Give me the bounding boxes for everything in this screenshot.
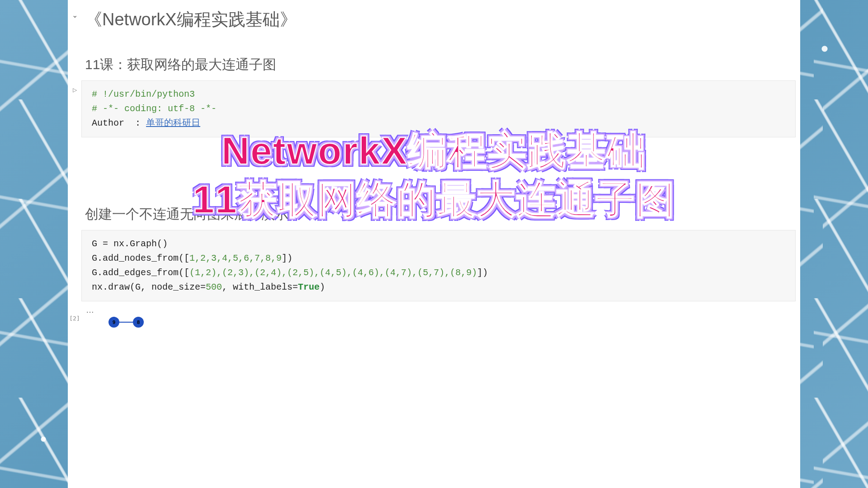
graph-node: 9: [108, 317, 119, 328]
author-link[interactable]: 单哥的科研日: [146, 118, 200, 128]
code-line: G.add_nodes_from([: [92, 253, 189, 263]
lesson-subtitle: 11课：获取网络的最大连通子图: [81, 35, 658, 80]
jupyter-notebook: ⌄ 《NetworkX编程实践基础》 11课：获取网络的最大连通子图 ▷ # !…: [68, 0, 658, 369]
cell-execution-label: [2]: [68, 306, 81, 328]
output-ellipsis: …: [81, 306, 658, 314]
code-line: G = nx.Graph(): [92, 239, 168, 249]
code-line: nx.draw(G, node_size=: [92, 282, 206, 292]
code-numbers: 1,2,3,4,5,6,7,8,9: [189, 253, 282, 263]
title-cell[interactable]: ⌄ 《NetworkX编程实践基础》 11课：获取网络的最大连通子图: [68, 0, 658, 80]
notebook-title: 《NetworkX编程实践基础》: [81, 0, 658, 35]
code-cell-2[interactable]: G = nx.Graph() G.add_nodes_from([1,2,3,4…: [68, 230, 658, 306]
section-cell[interactable]: 创建一个不连通无向图来展开演示: [68, 201, 658, 230]
spacer: [68, 142, 658, 201]
code-numbers: (1,2),(2,3),(2,4),(2,5),(4,5),(4,6),(4,7…: [189, 267, 477, 278]
cell-gutter: [68, 201, 81, 230]
section-heading: 创建一个不连通无向图来展开演示: [81, 201, 658, 230]
run-cell-icon[interactable]: ▷: [68, 80, 81, 142]
code-block-2[interactable]: G = nx.Graph() G.add_nodes_from([1,2,3,4…: [81, 230, 658, 301]
code-line: G.add_edges_from([: [92, 267, 189, 278]
code-cell-1[interactable]: ▷ # !/usr/bin/python3 # -*- coding: utf-…: [68, 80, 658, 142]
cell-gutter: [68, 230, 81, 306]
code-comment: # -*- coding: utf-8 -*-: [92, 103, 217, 114]
code-block-1[interactable]: # !/usr/bin/python3 # -*- coding: utf-8 …: [81, 80, 658, 137]
graph-node: 8: [133, 317, 144, 328]
graph-edge: [118, 322, 134, 323]
output-cell: [2] … 98: [68, 306, 658, 328]
graph-output-peek: 98: [81, 314, 658, 328]
code-comment: # !/usr/bin/python3: [92, 89, 195, 99]
code-text: Author :: [92, 118, 146, 128]
collapse-chevron-icon[interactable]: ⌄: [68, 0, 81, 80]
